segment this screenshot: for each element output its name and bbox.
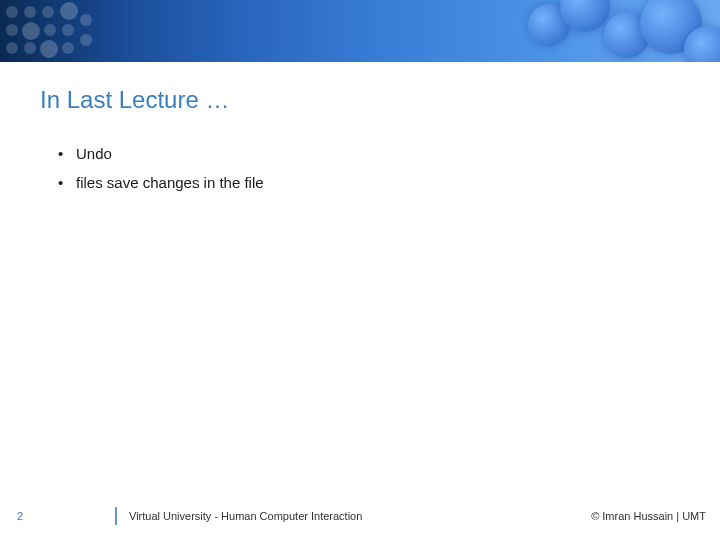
header-banner <box>0 0 720 62</box>
footer-copyright: © Imran Hussain | UMT <box>591 510 720 522</box>
slide-title: In Last Lecture … <box>40 86 229 114</box>
bullet-list: Undo files save changes in the file <box>54 140 680 197</box>
banner-dot-pattern <box>0 0 140 62</box>
footer-course: Virtual University - Human Computer Inte… <box>129 510 591 522</box>
bullet-text: files save changes in the file <box>76 174 264 191</box>
bullet-text: Undo <box>76 145 112 162</box>
footer: 2 Virtual University - Human Computer In… <box>0 504 720 528</box>
footer-divider <box>115 507 117 525</box>
banner-bubbles <box>500 0 720 62</box>
slide: In Last Lecture … Undo files save change… <box>0 0 720 540</box>
page-number: 2 <box>0 510 40 522</box>
list-item: Undo <box>54 140 680 169</box>
list-item: files save changes in the file <box>54 169 680 198</box>
